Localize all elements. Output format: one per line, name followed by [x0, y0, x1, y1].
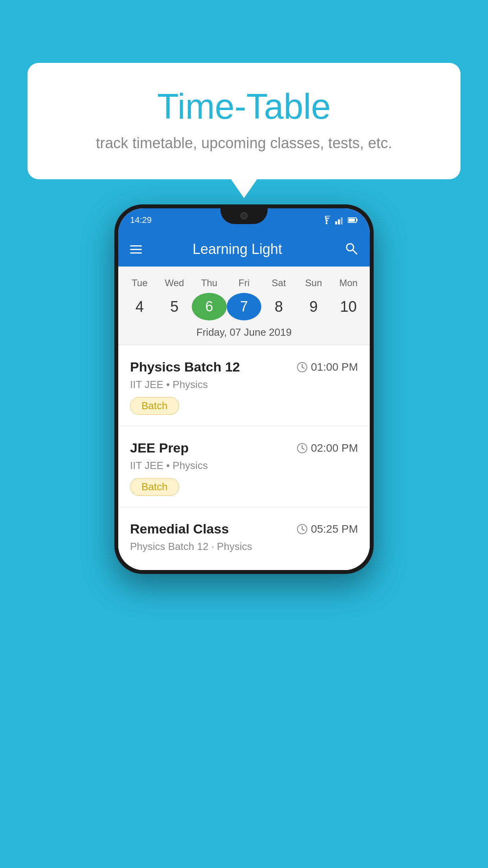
tooltip-card: Time-Table track timetable, upcoming cla… [28, 63, 460, 179]
schedule-item-1[interactable]: Physics Batch 12 01:00 PM IIT JEE • Ph [118, 345, 370, 426]
status-bar: 14:29 [118, 208, 370, 232]
day-10[interactable]: 10 [331, 292, 366, 322]
schedule-item-2-time: 02:00 PM [297, 442, 358, 454]
svg-rect-3 [341, 217, 343, 224]
phone-outer: 14:29 [114, 204, 374, 574]
status-icons [321, 216, 358, 224]
day-5[interactable]: 5 [157, 292, 192, 322]
tooltip-subtitle: track timetable, upcoming classes, tests… [59, 135, 429, 152]
svg-line-14 [302, 448, 304, 449]
batch-badge-1: Batch [130, 397, 179, 415]
search-button[interactable] [345, 242, 358, 257]
wifi-icon [321, 216, 332, 224]
svg-rect-2 [338, 219, 340, 224]
schedule-item-1-header: Physics Batch 12 01:00 PM [130, 359, 358, 375]
day-4-wrapper[interactable]: 4 [122, 292, 157, 322]
day-4[interactable]: 4 [122, 292, 157, 322]
calendar-strip: Tue Wed Thu Fri Sat Sun Mon 4 5 [118, 267, 370, 345]
svg-rect-5 [356, 219, 358, 221]
day-7-selected[interactable]: 7 [227, 293, 262, 320]
svg-rect-1 [335, 221, 337, 224]
day-5-wrapper[interactable]: 5 [157, 292, 192, 322]
schedule-item-3-title: Remedial Class [130, 521, 229, 537]
schedule-item-2[interactable]: JEE Prep 02:00 PM IIT JEE • Physics [118, 426, 370, 507]
phone-inner: 14:29 [118, 208, 370, 570]
day-headers: Tue Wed Thu Fri Sat Sun Mon [118, 274, 370, 292]
day-header-thu: Thu [192, 274, 227, 292]
camera-cutout [240, 212, 248, 219]
schedule-item-2-subtitle: IIT JEE • Physics [130, 460, 358, 472]
day-header-tue: Tue [122, 274, 157, 292]
signal-icon [335, 216, 345, 224]
battery-icon [348, 217, 358, 223]
page-background: Time-Table track timetable, upcoming cla… [0, 0, 488, 868]
day-header-sat: Sat [261, 274, 296, 292]
schedule-item-1-subtitle: IIT JEE • Physics [130, 379, 358, 391]
day-9-wrapper[interactable]: 9 [296, 292, 331, 322]
day-header-wed: Wed [157, 274, 192, 292]
schedule-item-1-time: 01:00 PM [297, 361, 358, 373]
svg-line-17 [302, 529, 304, 530]
schedule-item-2-title: JEE Prep [130, 440, 189, 456]
day-9[interactable]: 9 [296, 292, 331, 322]
schedule-item-2-header: JEE Prep 02:00 PM [130, 440, 358, 456]
batch-badge-2: Batch [130, 478, 179, 496]
svg-line-8 [353, 250, 357, 254]
hamburger-menu-button[interactable] [130, 245, 142, 254]
day-header-mon: Mon [331, 274, 366, 292]
svg-point-0 [326, 223, 328, 224]
app-bar: Learning Light [118, 232, 370, 267]
day-8[interactable]: 8 [261, 292, 296, 322]
clock-icon-3 [297, 524, 308, 535]
selected-date-label: Friday, 07 June 2019 [118, 322, 370, 345]
day-7-wrapper[interactable]: 7 [227, 292, 262, 322]
schedule-list: Physics Batch 12 01:00 PM IIT JEE • Ph [118, 345, 370, 570]
clock-icon-2 [297, 443, 308, 454]
app-title: Learning Light [151, 241, 323, 257]
day-6-today[interactable]: 6 [192, 293, 227, 320]
phone-notch [220, 208, 268, 224]
phone-mockup: 14:29 [114, 204, 374, 574]
tooltip-title: Time-Table [59, 86, 429, 127]
svg-line-11 [302, 367, 304, 368]
day-10-wrapper[interactable]: 10 [331, 292, 366, 322]
schedule-item-3-time: 05:25 PM [297, 523, 358, 535]
schedule-item-3-subtitle: Physics Batch 12 · Physics [130, 541, 358, 553]
day-header-sun: Sun [296, 274, 331, 292]
day-numbers: 4 5 6 7 8 [118, 292, 370, 322]
day-6-wrapper[interactable]: 6 [192, 292, 227, 322]
day-8-wrapper[interactable]: 8 [261, 292, 296, 322]
day-header-fri: Fri [227, 274, 262, 292]
schedule-item-3-header: Remedial Class 05:25 PM [130, 521, 358, 537]
schedule-item-3[interactable]: Remedial Class 05:25 PM Physics Batch [118, 507, 370, 570]
schedule-item-1-title: Physics Batch 12 [130, 359, 240, 375]
status-time: 14:29 [130, 215, 152, 225]
svg-rect-6 [349, 219, 355, 222]
clock-icon-1 [297, 362, 308, 373]
